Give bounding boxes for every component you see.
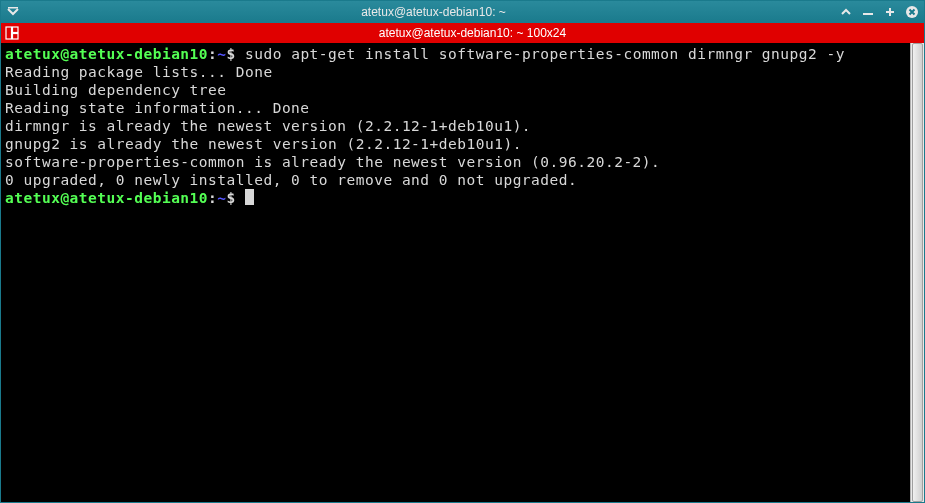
output-line: Building dependency tree bbox=[5, 81, 906, 99]
terminal-cursor bbox=[245, 189, 254, 205]
output-line: software-properties-common is already th… bbox=[5, 153, 906, 171]
terminal-tabbar: atetux@atetux-debian10: ~ 100x24 bbox=[1, 23, 924, 43]
app-menu-icon[interactable] bbox=[5, 4, 21, 20]
tab-label[interactable]: atetux@atetux-debian10: ~ 100x24 bbox=[25, 26, 920, 40]
rollup-icon[interactable] bbox=[838, 4, 854, 20]
svg-rect-3 bbox=[889, 8, 891, 16]
command-text: sudo apt-get install software-properties… bbox=[245, 46, 845, 62]
output-line: Reading state information... Done bbox=[5, 99, 906, 117]
window-title: atetux@atetux-debian10: ~ bbox=[29, 5, 838, 19]
output-line: gnupg2 is already the newest version (2.… bbox=[5, 135, 906, 153]
prompt-colon: : bbox=[208, 190, 217, 206]
terminal-content[interactable]: atetux@atetux-debian10:~$ sudo apt-get i… bbox=[1, 43, 910, 502]
prompt-colon: : bbox=[208, 46, 217, 62]
prompt-user-host: atetux@atetux-debian10 bbox=[5, 190, 208, 206]
vertical-scrollbar[interactable] bbox=[910, 43, 924, 502]
output-line: Reading package lists... Done bbox=[5, 63, 906, 81]
prompt-symbol: $ bbox=[227, 190, 236, 206]
window-titlebar[interactable]: atetux@atetux-debian10: ~ bbox=[1, 1, 924, 23]
scrollbar-thumb[interactable] bbox=[912, 43, 923, 502]
svg-rect-5 bbox=[6, 27, 12, 39]
maximize-icon[interactable] bbox=[882, 4, 898, 20]
prompt-user-host: atetux@atetux-debian10 bbox=[5, 46, 208, 62]
close-icon[interactable] bbox=[904, 4, 920, 20]
svg-rect-7 bbox=[13, 34, 19, 40]
svg-rect-6 bbox=[13, 27, 19, 33]
terminal-window: atetux@atetux-debian10: ~ atetux@atetux-… bbox=[0, 0, 925, 503]
svg-rect-0 bbox=[8, 7, 18, 9]
minimize-icon[interactable] bbox=[860, 4, 876, 20]
output-line: 0 upgraded, 0 newly installed, 0 to remo… bbox=[5, 171, 906, 189]
terminal-area: atetux@atetux-debian10:~$ sudo apt-get i… bbox=[1, 43, 924, 502]
prompt-symbol: $ bbox=[227, 46, 236, 62]
prompt-path: ~ bbox=[217, 190, 226, 206]
svg-rect-1 bbox=[863, 13, 873, 15]
prompt-path: ~ bbox=[217, 46, 226, 62]
split-pane-icon[interactable] bbox=[5, 26, 19, 40]
output-line: dirmngr is already the newest version (2… bbox=[5, 117, 906, 135]
